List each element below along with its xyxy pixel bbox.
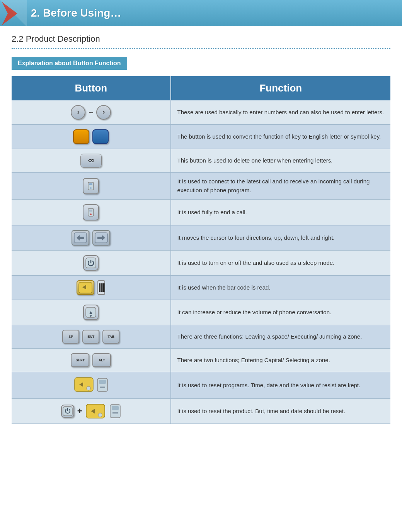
power-icon-2 bbox=[63, 406, 73, 416]
end-key bbox=[83, 204, 99, 220]
svg-point-2 bbox=[90, 187, 92, 189]
table-row: SHFT ALT There are two functions; Enteri… bbox=[12, 349, 390, 372]
function-cell-reset2: It is used to reset the product. But, ti… bbox=[171, 399, 390, 424]
key-label: ENT bbox=[87, 335, 94, 339]
btn-icon-group bbox=[15, 204, 167, 220]
barcode-line bbox=[101, 283, 102, 292]
power-icon bbox=[85, 257, 97, 269]
table-row: ⌫ This button is used to delete one lett… bbox=[12, 149, 390, 173]
section-divider bbox=[12, 48, 390, 49]
button-cell-barcode bbox=[12, 276, 171, 300]
num-key-0: 0 bbox=[96, 105, 111, 120]
table-row: The button is used to convert the functi… bbox=[12, 125, 390, 149]
btn-icon-group bbox=[15, 178, 167, 194]
function-cell-end: It is used fully to end a call. bbox=[171, 200, 390, 225]
function-cell-twofunc: There are two functions; Entering Capita… bbox=[171, 349, 390, 372]
button-cell-twofunc: SHFT ALT bbox=[12, 349, 171, 372]
nav-left-icon bbox=[73, 232, 87, 244]
key-label: SHFT bbox=[76, 358, 85, 362]
table-row: It moves the cursor to four directions, … bbox=[12, 225, 390, 251]
barcode-line bbox=[99, 283, 100, 292]
barcode-line bbox=[104, 283, 105, 292]
function-cell-convert: The button is used to convert the functi… bbox=[171, 125, 390, 149]
blue-key bbox=[92, 129, 109, 144]
button-cell-call bbox=[12, 173, 171, 200]
svg-point-4 bbox=[90, 213, 92, 215]
nav-right-key bbox=[92, 230, 110, 246]
button-function-table: Button Function 1 ~ 0 bbox=[12, 76, 390, 424]
col-header-button: Button bbox=[12, 76, 171, 100]
trigger-icon bbox=[78, 282, 92, 293]
table-row: + It is used to bbox=[12, 399, 390, 424]
key-label: ALT bbox=[99, 358, 105, 362]
function-cell-delete: This button is used to delete one letter… bbox=[171, 149, 390, 173]
shift-key: SHFT bbox=[71, 353, 89, 367]
svg-rect-20 bbox=[99, 380, 106, 384]
function-cell-threefunc: There are three functions; Leaving a spa… bbox=[171, 325, 390, 349]
phone-icon bbox=[86, 181, 96, 191]
key-label: TAB bbox=[107, 335, 114, 339]
power-key bbox=[83, 255, 99, 271]
btn-icon-group bbox=[15, 230, 167, 246]
key-label: SP bbox=[68, 335, 73, 339]
reset2-icon bbox=[85, 403, 106, 419]
table-row: It is used to reset programs. Time, date… bbox=[12, 372, 390, 399]
power-key-2 bbox=[61, 405, 74, 418]
svg-rect-28 bbox=[112, 406, 119, 410]
num-key-1: 1 bbox=[71, 105, 85, 120]
tilde-symbol: ~ bbox=[89, 108, 93, 117]
plus-symbol: + bbox=[77, 406, 82, 416]
button-cell-reset2: + bbox=[12, 399, 171, 424]
function-cell-volume: It can increase or reduce the volume of … bbox=[171, 300, 390, 325]
btn-icon-group bbox=[15, 280, 167, 295]
table-row: It is used to connect to the latest call… bbox=[12, 173, 390, 200]
button-cell-delete: ⌫ bbox=[12, 149, 171, 173]
btn-icon-group: SHFT ALT bbox=[15, 353, 167, 367]
table-row: ▲ ▼ It can increase or reduce the volume… bbox=[12, 300, 390, 325]
btn-icon-group bbox=[15, 377, 167, 394]
alt-key: ALT bbox=[92, 353, 111, 367]
end-icon bbox=[86, 207, 96, 217]
button-cell-numeric: 1 ~ 0 bbox=[12, 100, 171, 125]
table-row: SP ENT TAB There are three functions; Le… bbox=[12, 325, 390, 349]
svg-text:▼: ▼ bbox=[89, 314, 93, 318]
function-cell-call: It is used to connect to the latest call… bbox=[171, 173, 390, 200]
back-key: ⌫ bbox=[80, 154, 102, 168]
orange-key bbox=[73, 129, 89, 144]
function-cell-barcode: It is used when the bar code is read. bbox=[171, 276, 390, 300]
key-label: 0 bbox=[103, 110, 105, 114]
button-cell-volume: ▲ ▼ bbox=[12, 300, 171, 325]
reset1-unit-icon bbox=[97, 378, 108, 392]
volume-icon: ▲ ▼ bbox=[85, 307, 97, 318]
table-row: 1 ~ 0 These are used basically to enter … bbox=[12, 100, 390, 125]
svg-point-18 bbox=[87, 386, 90, 390]
svg-rect-1 bbox=[89, 183, 92, 185]
button-cell-power bbox=[12, 251, 171, 276]
reset2-unit-icon bbox=[109, 404, 121, 418]
call-key bbox=[83, 178, 99, 194]
button-cell-reset1 bbox=[12, 372, 171, 399]
function-cell-navigate: It moves the cursor to four directions, … bbox=[171, 225, 390, 251]
barcode-lines bbox=[99, 283, 105, 292]
content-area: 2.2 Product Description Explanation abou… bbox=[0, 26, 402, 432]
svg-rect-5 bbox=[89, 210, 92, 212]
tab-key: TAB bbox=[102, 330, 119, 344]
page-header: 2. Before Using… bbox=[0, 0, 402, 26]
explanation-label: Explanation about Button Function bbox=[12, 57, 127, 70]
btn-icon-group bbox=[15, 255, 167, 271]
table-row: It is used when the bar code is read. bbox=[12, 276, 390, 300]
barcode-line bbox=[103, 283, 104, 292]
button-cell-convert bbox=[12, 125, 171, 149]
barcode-line bbox=[100, 283, 100, 292]
button-cell-navigate bbox=[12, 225, 171, 251]
btn-icon-group bbox=[15, 129, 167, 144]
barcode-trigger-key bbox=[77, 280, 94, 295]
key-label: 1 bbox=[77, 110, 79, 114]
nav-right-icon bbox=[94, 232, 108, 244]
btn-icon-group: ⌫ bbox=[15, 154, 167, 168]
section-title: 2.2 Product Description bbox=[12, 34, 390, 44]
button-cell-end bbox=[12, 200, 171, 225]
barcode-stripes-icon bbox=[97, 280, 105, 295]
reset1-icon bbox=[74, 377, 94, 392]
barcode-trigger-icon bbox=[77, 281, 94, 294]
